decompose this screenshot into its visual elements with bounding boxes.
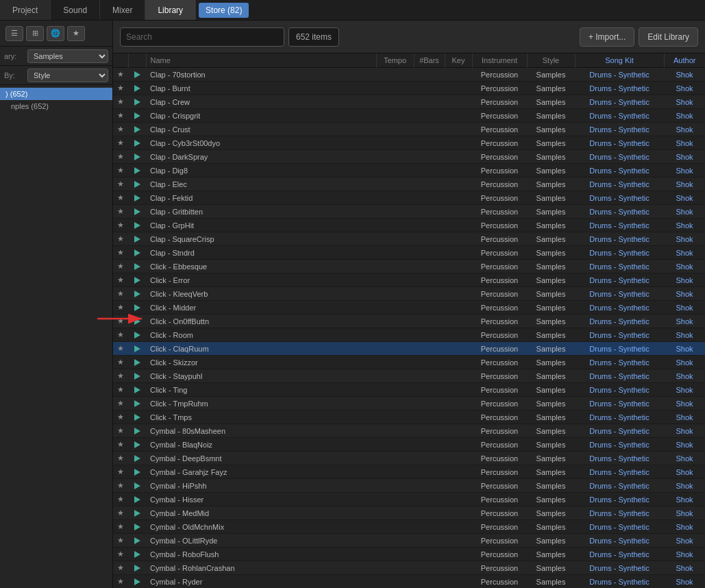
play-button[interactable] bbox=[132, 248, 142, 258]
play-button[interactable] bbox=[132, 454, 142, 463]
play-button[interactable] bbox=[132, 152, 142, 162]
songkit-cell[interactable]: Drums - Synthetic bbox=[575, 232, 664, 246]
star-icon[interactable]: ★ bbox=[117, 385, 124, 393]
play-button[interactable] bbox=[132, 97, 142, 107]
songkit-cell[interactable]: Drums - Synthetic bbox=[575, 205, 664, 219]
play-button[interactable] bbox=[132, 399, 142, 408]
songkit-link[interactable]: Drums - Synthetic bbox=[589, 482, 649, 490]
songkit-cell[interactable]: Drums - Synthetic bbox=[575, 82, 664, 95]
author-cell[interactable]: Shok bbox=[664, 315, 705, 328]
author-link[interactable]: Shok bbox=[676, 317, 693, 326]
play-cell[interactable] bbox=[128, 575, 146, 589]
author-link[interactable]: Shok bbox=[676, 221, 693, 230]
songkit-cell[interactable]: Drums - Synthetic bbox=[575, 136, 664, 150]
play-button[interactable] bbox=[132, 70, 142, 79]
author-cell[interactable]: Shok bbox=[664, 123, 705, 136]
play-button[interactable] bbox=[132, 262, 142, 271]
table-row[interactable]: ★ Clap - 70stortion Percussion Samples D… bbox=[113, 68, 705, 82]
songkit-cell[interactable]: Drums - Synthetic bbox=[575, 520, 664, 534]
import-button[interactable]: + Import... bbox=[580, 27, 634, 47]
author-cell[interactable]: Shok bbox=[664, 136, 705, 150]
author-link[interactable]: Shok bbox=[676, 84, 693, 93]
table-row[interactable]: ★ Cymbal - Ryder Percussion Samples Drum… bbox=[113, 575, 705, 589]
star-icon[interactable]: ★ bbox=[117, 536, 124, 544]
star-icon[interactable]: ★ bbox=[117, 467, 124, 476]
play-cell[interactable] bbox=[128, 109, 146, 123]
play-button[interactable] bbox=[132, 577, 142, 587]
play-cell[interactable] bbox=[128, 479, 146, 493]
songkit-cell[interactable]: Drums - Synthetic bbox=[575, 548, 664, 561]
author-cell[interactable]: Shok bbox=[664, 465, 705, 479]
author-link[interactable]: Shok bbox=[676, 98, 693, 106]
songkit-cell[interactable]: Drums - Synthetic bbox=[575, 411, 664, 424]
play-cell[interactable] bbox=[128, 315, 146, 328]
songkit-cell[interactable]: Drums - Synthetic bbox=[575, 246, 664, 260]
star-cell[interactable]: ★ bbox=[113, 260, 128, 273]
play-cell[interactable] bbox=[128, 301, 146, 315]
songkit-link[interactable]: Drums - Synthetic bbox=[589, 167, 649, 175]
table-row[interactable]: ★ Click - TmpRuhm Percussion Samples Dru… bbox=[113, 397, 705, 411]
col-header-songkit[interactable]: Song Kit bbox=[575, 53, 664, 68]
author-cell[interactable]: Shok bbox=[664, 438, 705, 452]
author-link[interactable]: Shok bbox=[676, 468, 693, 476]
author-cell[interactable]: Shok bbox=[664, 479, 705, 493]
globe-icon[interactable]: 🌐 bbox=[47, 26, 64, 41]
table-row[interactable]: ★ Clap - Crust Percussion Samples Drums … bbox=[113, 123, 705, 136]
play-cell[interactable] bbox=[128, 438, 146, 452]
author-cell[interactable]: Shok bbox=[664, 164, 705, 177]
author-link[interactable]: Shok bbox=[676, 372, 693, 380]
play-button[interactable] bbox=[132, 289, 142, 299]
sidebar-tree-item-samples[interactable]: nples (652) bbox=[0, 100, 112, 112]
songkit-cell[interactable]: Drums - Synthetic bbox=[575, 315, 664, 328]
star-cell[interactable]: ★ bbox=[113, 68, 128, 82]
star-cell[interactable]: ★ bbox=[113, 246, 128, 260]
songkit-link[interactable]: Drums - Synthetic bbox=[589, 235, 649, 243]
play-button[interactable] bbox=[132, 84, 142, 93]
star-icon[interactable]: ★ bbox=[117, 563, 124, 572]
author-link[interactable]: Shok bbox=[676, 304, 693, 312]
star-icon[interactable]: ★ bbox=[117, 275, 124, 284]
table-row[interactable]: ★ Click - Tmps Percussion Samples Drums … bbox=[113, 411, 705, 424]
table-row[interactable]: ★ Clap - Fektid Percussion Samples Drums… bbox=[113, 191, 705, 205]
play-cell[interactable] bbox=[128, 95, 146, 109]
songkit-cell[interactable]: Drums - Synthetic bbox=[575, 328, 664, 342]
songkit-cell[interactable]: Drums - Synthetic bbox=[575, 369, 664, 383]
author-cell[interactable]: Shok bbox=[664, 260, 705, 273]
star-icon[interactable]: ★ bbox=[117, 426, 124, 434]
edit-library-button[interactable]: Edit Library bbox=[639, 27, 698, 47]
table-row[interactable]: ★ Cymbal - MedMid Percussion Samples Dru… bbox=[113, 506, 705, 520]
songkit-cell[interactable]: Drums - Synthetic bbox=[575, 109, 664, 123]
play-cell[interactable] bbox=[128, 232, 146, 246]
author-link[interactable]: Shok bbox=[676, 167, 693, 175]
songkit-link[interactable]: Drums - Synthetic bbox=[589, 441, 649, 449]
play-cell[interactable] bbox=[128, 411, 146, 424]
table-row[interactable]: ★ Clap - Crew Percussion Samples Drums -… bbox=[113, 95, 705, 109]
table-row[interactable]: ★ Click - ClaqRuum Percussion Samples Dr… bbox=[113, 342, 705, 356]
table-row[interactable]: ★ Cymbal - DeepBsmnt Percussion Samples … bbox=[113, 452, 705, 465]
play-button[interactable] bbox=[132, 509, 142, 518]
star-icon[interactable]: ★ bbox=[117, 330, 124, 339]
star-cell[interactable]: ★ bbox=[113, 232, 128, 246]
star-cell[interactable]: ★ bbox=[113, 136, 128, 150]
col-header-bars[interactable]: #Bars bbox=[414, 53, 445, 68]
table-row[interactable]: ★ Click - Midder Percussion Samples Drum… bbox=[113, 301, 705, 315]
play-button[interactable] bbox=[132, 180, 142, 189]
tab-sound[interactable]: Sound bbox=[51, 0, 100, 20]
songkit-link[interactable]: Drums - Synthetic bbox=[589, 345, 649, 353]
songkit-cell[interactable]: Drums - Synthetic bbox=[575, 68, 664, 82]
author-link[interactable]: Shok bbox=[676, 290, 693, 298]
play-cell[interactable] bbox=[128, 68, 146, 82]
star-icon[interactable]: ★ bbox=[117, 509, 124, 517]
songkit-cell[interactable]: Drums - Synthetic bbox=[575, 506, 664, 520]
star-cell[interactable]: ★ bbox=[113, 150, 128, 164]
play-button[interactable] bbox=[132, 111, 142, 121]
star-cell[interactable]: ★ bbox=[113, 575, 128, 589]
songkit-link[interactable]: Drums - Synthetic bbox=[589, 331, 649, 339]
col-header-instrument[interactable]: Instrument bbox=[472, 53, 527, 68]
play-cell[interactable] bbox=[128, 328, 146, 342]
star-icon[interactable]: ★ bbox=[117, 180, 124, 188]
star-cell[interactable]: ★ bbox=[113, 109, 128, 123]
col-header-key[interactable]: Key bbox=[445, 53, 472, 68]
author-link[interactable]: Shok bbox=[676, 262, 693, 271]
author-link[interactable]: Shok bbox=[676, 413, 693, 421]
